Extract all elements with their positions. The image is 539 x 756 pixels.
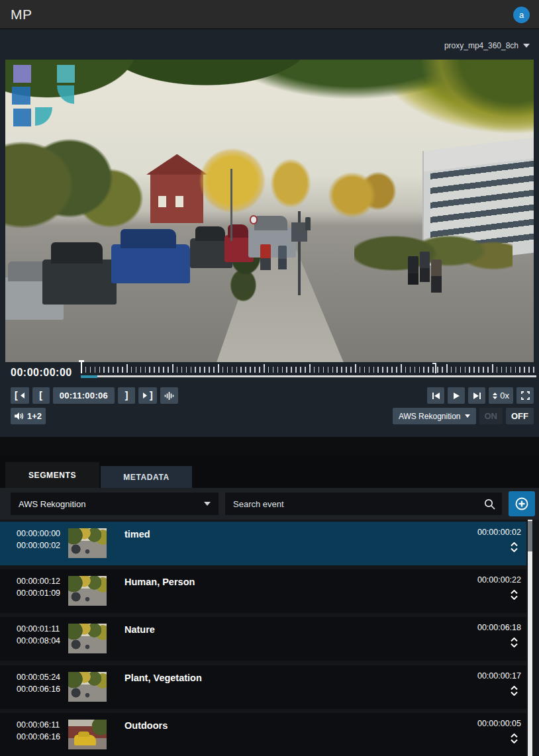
segment-out-timecode: 00:00:06:16 <box>17 683 60 695</box>
skip-end-icon <box>473 393 481 399</box>
scene-car <box>42 260 117 305</box>
segment-in-timecode: 00:00:06:11 <box>17 719 60 731</box>
audio-channels-label: 1+2 <box>27 411 42 421</box>
skip-to-start-button[interactable] <box>427 387 444 404</box>
segment-thumbnail <box>68 576 107 606</box>
scene-person <box>305 217 311 231</box>
play-button[interactable] <box>448 387 465 404</box>
source-selector[interactable]: proxy_mp4_360_8ch <box>444 41 530 50</box>
scene-person <box>260 244 270 270</box>
tabs-bar: SEGMENTS METADATA <box>0 455 539 488</box>
current-timecode: 00:00:00:00 <box>11 367 72 379</box>
chevron-up-icon <box>511 590 518 594</box>
list-scrollbar[interactable] <box>528 520 532 756</box>
segment-thumbnail <box>68 720 107 749</box>
filter-bar: AWS Rekognition <box>0 488 539 520</box>
segment-expand-control[interactable] <box>511 638 518 647</box>
out-point-marker[interactable] <box>432 363 436 373</box>
segment-expand-control[interactable] <box>511 733 518 743</box>
segment-row[interactable]: 00:00:05:24 00:00:06:16 Plant, Vegetatio… <box>0 665 526 709</box>
segment-duration: 00:00:00:22 <box>477 575 521 585</box>
segment-thumbnail <box>68 672 107 702</box>
segment-row[interactable]: 00:00:00:00 00:00:00:02 timed 00:00:00:0… <box>0 522 526 565</box>
segment-duration: 00:00:06:18 <box>477 623 521 632</box>
segment-label: Nature <box>124 624 155 635</box>
search-input[interactable] <box>225 499 484 509</box>
segment-out-timecode: 00:00:00:02 <box>17 540 60 551</box>
scene-person <box>408 256 418 285</box>
tab-metadata[interactable]: METADATA <box>101 466 192 488</box>
fullscreen-button[interactable] <box>516 387 534 404</box>
segment-label: Outdoors <box>124 720 168 731</box>
segment-out-timecode: 00:00:06:16 <box>17 731 60 743</box>
user-avatar[interactable]: a <box>513 7 530 23</box>
skip-start-icon <box>432 393 440 399</box>
add-segment-button[interactable] <box>509 491 535 516</box>
speed-value: 0x <box>500 391 509 401</box>
event-source-dropdown[interactable]: AWS Rekognition <box>11 493 219 515</box>
chevron-down-icon <box>511 739 518 743</box>
duration-timecode-button[interactable]: 00:11:00:06 <box>53 387 115 404</box>
speaker-icon <box>15 412 24 420</box>
segment-in-timecode: 00:00:01:11 <box>17 623 60 635</box>
chevron-up-icon <box>511 733 518 737</box>
triangle-left-icon <box>20 393 25 399</box>
segment-row[interactable]: 00:00:06:11 00:00:06:16 Outdoors 00:00:0… <box>0 713 526 756</box>
top-bar: MP a <box>0 0 539 29</box>
set-in-button[interactable]: [ <box>32 387 50 404</box>
tab-segments[interactable]: SEGMENTS <box>5 462 99 488</box>
scene-person <box>420 252 430 282</box>
player-panel: proxy_mp4_360_8ch <box>0 29 539 437</box>
chevron-down-icon <box>465 414 470 418</box>
chevron-up-icon <box>511 686 518 690</box>
chevron-down-icon <box>523 44 530 48</box>
skip-to-end-button[interactable] <box>468 387 485 404</box>
search-box <box>225 493 502 515</box>
overlay-off-button[interactable]: OFF <box>506 408 534 424</box>
scene-person <box>278 246 287 269</box>
chevron-down-icon <box>511 692 518 696</box>
speed-control[interactable]: 0x <box>489 387 513 404</box>
set-out-button[interactable]: ] <box>118 387 135 404</box>
audio-channels-button[interactable]: 1+2 <box>11 408 46 424</box>
segment-label: Human, Person <box>124 577 195 587</box>
scene-car <box>248 228 296 258</box>
segment-duration: 00:00:00:02 <box>477 528 521 537</box>
waveform-icon <box>164 391 174 401</box>
scene-person <box>431 260 442 293</box>
segment-duration: 00:00:00:17 <box>477 671 521 681</box>
chevron-down-icon <box>511 643 518 647</box>
overlay-on-button[interactable]: ON <box>479 408 503 424</box>
segment-expand-control[interactable] <box>511 590 518 600</box>
overlay-selector-button[interactable]: AWS Rekognition <box>393 408 476 424</box>
timeline-track[interactable] <box>81 375 536 377</box>
timeline-progress <box>81 375 97 378</box>
video-surface[interactable] <box>5 60 534 362</box>
segment-row[interactable]: 00:00:00:12 00:00:01:09 Human, Person 00… <box>0 569 526 613</box>
list-scrollbar-thumb[interactable] <box>528 521 532 551</box>
goto-out-button[interactable]: ] <box>138 387 157 404</box>
app-title: MP <box>11 7 32 23</box>
logo-watermark <box>8 64 81 132</box>
chevron-down-icon <box>511 596 518 600</box>
segment-in-timecode: 00:00:00:00 <box>17 528 60 540</box>
segment-row[interactable]: 00:00:01:11 00:00:08:04 Nature 00:00:06:… <box>0 617 526 661</box>
segment-duration: 00:00:00:05 <box>477 719 521 728</box>
segment-thumbnail <box>68 624 107 653</box>
playhead-marker[interactable] <box>79 360 84 375</box>
overlay-selector-label: AWS Rekognition <box>399 412 461 421</box>
play-icon <box>454 393 460 399</box>
fullscreen-icon <box>521 391 530 400</box>
goto-in-button[interactable]: [ <box>11 387 29 404</box>
chevron-down-icon <box>511 548 518 552</box>
segment-label: timed <box>124 529 150 540</box>
triangle-right-icon <box>142 393 148 399</box>
waveform-button[interactable] <box>160 387 178 404</box>
segment-list: 00:00:00:00 00:00:00:02 timed 00:00:00:0… <box>0 520 539 756</box>
chevron-up-icon <box>511 638 518 641</box>
segment-out-timecode: 00:00:08:04 <box>17 635 60 647</box>
segment-expand-control[interactable] <box>511 686 518 696</box>
search-icon[interactable] <box>484 498 495 510</box>
segment-expand-control[interactable] <box>511 542 518 552</box>
segment-in-timecode: 00:00:00:12 <box>17 575 60 587</box>
